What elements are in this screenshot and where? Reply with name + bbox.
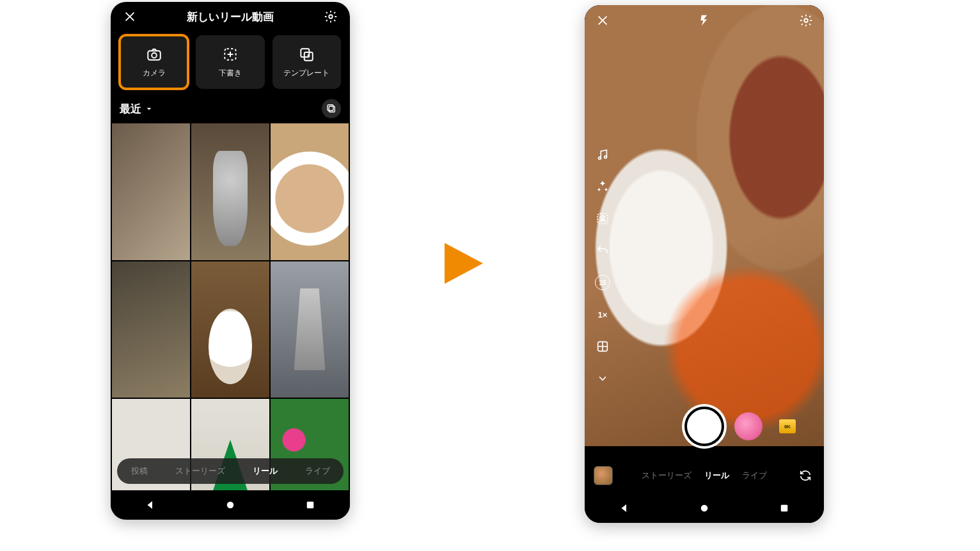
greenscreen-icon[interactable] — [594, 210, 612, 228]
templates-tool-label: テンプレート — [283, 68, 329, 79]
music-icon[interactable] — [594, 146, 612, 164]
mode-selector: 投稿 ストーリーズ リール ライブ — [117, 458, 344, 484]
android-nav-bar — [111, 490, 350, 520]
filter-preset-icon[interactable] — [734, 412, 763, 440]
nav-recent-icon[interactable] — [304, 499, 316, 511]
chevron-down-icon — [144, 104, 154, 114]
media-thumbnail[interactable] — [271, 261, 349, 398]
nav-home-icon[interactable] — [699, 502, 710, 514]
album-label: 最近 — [120, 102, 141, 116]
camera-viewfinder: 15 1× — [585, 5, 824, 446]
nav-home-icon[interactable] — [225, 499, 236, 511]
phone-picker-screen: 新しいリール動画 カメラ 下書き テンプレート 最近 — [111, 2, 350, 520]
settings-icon[interactable] — [322, 8, 340, 26]
svg-point-2 — [152, 52, 157, 58]
gallery-thumb-icon[interactable] — [594, 466, 613, 485]
media-thumbnail[interactable] — [112, 123, 190, 260]
svg-rect-1 — [148, 50, 161, 59]
flip-camera-icon[interactable] — [796, 466, 815, 485]
close-icon[interactable] — [594, 12, 612, 29]
hd-badge[interactable]: 8K — [779, 419, 796, 433]
svg-rect-6 — [329, 106, 335, 112]
svg-point-16 — [701, 505, 708, 512]
svg-rect-7 — [328, 105, 333, 111]
phone-camera-screen: 15 1× 8K ストーリーズ リール ライブ — [585, 5, 824, 523]
svg-point-11 — [599, 157, 601, 160]
timer-value: 15 — [595, 275, 610, 290]
drafts-tool-label: 下書き — [219, 68, 242, 79]
camera-tool[interactable]: カメラ — [120, 35, 188, 89]
svg-point-10 — [804, 19, 808, 22]
drafts-tool[interactable]: 下書き — [196, 35, 264, 89]
svg-point-8 — [227, 502, 234, 509]
camera-tool-label: カメラ — [143, 68, 166, 79]
undo-icon[interactable] — [594, 242, 612, 260]
mode-live[interactable]: ライブ — [742, 470, 767, 481]
album-selector-row: 最近 — [111, 95, 350, 123]
effects-icon[interactable] — [594, 178, 612, 196]
multi-select-icon[interactable] — [322, 99, 341, 118]
media-thumbnail[interactable] — [112, 261, 190, 398]
top-bar: 新しいリール動画 — [111, 2, 350, 31]
mode-reels[interactable]: リール — [253, 465, 278, 477]
media-thumbnail[interactable] — [191, 261, 269, 398]
nav-back-icon[interactable] — [145, 499, 156, 511]
mode-stories[interactable]: ストーリーズ — [642, 470, 692, 481]
nav-back-icon[interactable] — [619, 502, 630, 514]
modes-list: ストーリーズ リール ライブ — [626, 470, 783, 481]
camera-side-tools: 15 1× — [594, 146, 612, 387]
svg-point-14 — [601, 216, 605, 219]
close-icon[interactable] — [121, 8, 139, 26]
settings-icon[interactable] — [797, 12, 815, 29]
mode-reels[interactable]: リール — [704, 470, 729, 481]
shutter-button[interactable] — [684, 407, 724, 446]
camera-mode-row: ストーリーズ リール ライブ — [594, 463, 815, 488]
media-thumbnail[interactable] — [191, 123, 269, 260]
svg-rect-17 — [780, 505, 787, 512]
capture-row: 8K — [585, 405, 824, 447]
viewfinder-top-bar — [594, 12, 815, 29]
android-nav-bar — [585, 493, 824, 523]
templates-tool[interactable]: テンプレート — [273, 35, 341, 89]
nav-recent-icon[interactable] — [778, 502, 790, 514]
zoom-label[interactable]: 1× — [594, 306, 612, 323]
timer-icon[interactable]: 15 — [594, 274, 612, 291]
page-title: 新しいリール動画 — [139, 10, 322, 24]
flash-icon[interactable] — [695, 12, 713, 29]
flow-arrow-icon — [445, 243, 483, 284]
tool-row: カメラ 下書き テンプレート — [111, 31, 350, 95]
svg-point-12 — [605, 156, 607, 159]
media-thumbnail[interactable] — [271, 123, 349, 260]
mode-stories[interactable]: ストーリーズ — [175, 465, 225, 477]
album-dropdown[interactable]: 最近 — [120, 102, 154, 116]
mode-post[interactable]: 投稿 — [131, 465, 148, 477]
chevron-down-icon[interactable] — [594, 369, 612, 387]
mode-live[interactable]: ライブ — [305, 465, 330, 477]
svg-point-0 — [329, 15, 333, 19]
svg-rect-9 — [306, 502, 313, 509]
layout-icon[interactable] — [594, 338, 612, 355]
